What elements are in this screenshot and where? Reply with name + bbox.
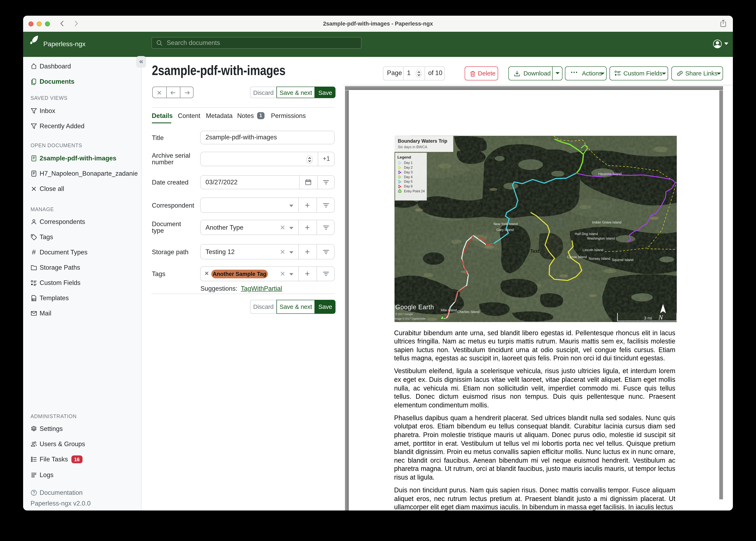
svg-text:Half Dog Island: Half Dog Island <box>575 232 598 236</box>
svg-text:Day 6: Day 6 <box>404 185 412 188</box>
svg-text:Norway Island: Norway Island <box>589 257 610 261</box>
svg-text:Day 2: Day 2 <box>404 166 412 169</box>
svg-text:Entry Point 24: Entry Point 24 <box>404 190 425 193</box>
svg-text:Canoe Island: Canoe Island <box>567 255 587 259</box>
svg-text:© 2017 Google: © 2017 Google <box>395 313 413 316</box>
svg-text:Squirrel Island: Squirrel Island <box>612 258 633 262</box>
svg-text:Gary Island: Gary Island <box>496 228 514 232</box>
svg-text:Day 4: Day 4 <box>404 175 412 179</box>
svg-text:Six days in BWCA: Six days in BWCA <box>398 145 427 149</box>
svg-text:New York Island: New York Island <box>493 222 517 226</box>
svg-text:Text: Text <box>530 248 539 254</box>
svg-text:Indian Grave Island: Indian Grave Island <box>592 221 621 224</box>
svg-text:Charlies Island: Charlies Island <box>457 310 479 313</box>
svg-text:Google Earth: Google Earth <box>395 303 434 311</box>
svg-text:3 mi: 3 mi <box>644 316 652 320</box>
svg-text:Image © 2017 DigitalGlobe: Image © 2017 DigitalGlobe <box>394 317 425 320</box>
svg-text:Hausons Island: Hausons Island <box>598 172 621 176</box>
svg-text:Boundary Waters Trip: Boundary Waters Trip <box>398 138 447 144</box>
svg-text:Day 1: Day 1 <box>404 161 412 165</box>
svg-text:Day 3: Day 3 <box>404 170 412 174</box>
svg-text:Washington Island: Washington Island <box>587 237 615 240</box>
svg-text:Day 5: Day 5 <box>404 180 412 183</box>
svg-text:Mile Island: Mile Island <box>441 308 457 312</box>
svg-text:Legend: Legend <box>397 155 411 159</box>
svg-text:N: N <box>658 314 663 321</box>
svg-text:Lincoln Island: Lincoln Island <box>582 248 603 252</box>
